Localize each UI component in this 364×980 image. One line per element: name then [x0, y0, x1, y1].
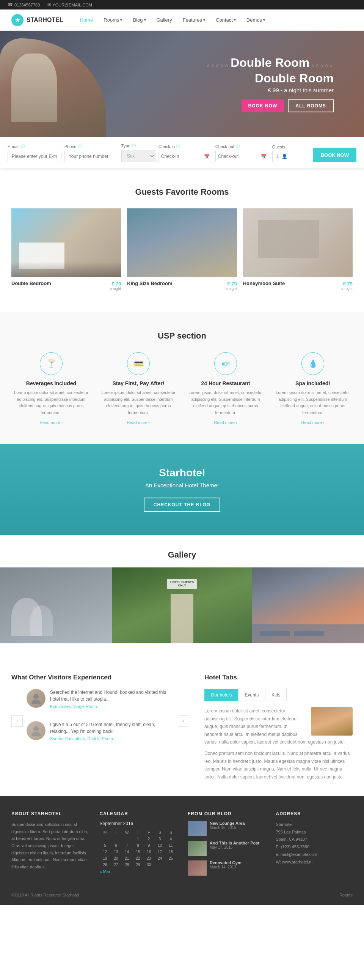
usp-link-3[interactable]: Read more › — [301, 420, 324, 425]
nav-features[interactable]: Features — [177, 10, 210, 31]
gallery-title: Gallery — [0, 550, 364, 560]
type-field-group: Type ⓘ Sex Male Female — [121, 143, 155, 162]
testimonial-avatar-1 — [27, 721, 46, 740]
avatar-person-icon-0 — [30, 693, 42, 704]
email-info: ✉ YOUR@EMAIL.COM — [47, 2, 92, 7]
guests-icon: 👤 — [282, 154, 287, 159]
hero-content: ☆☆☆☆☆ Double Room ☆☆☆☆☆ Double Room € 99… — [206, 56, 334, 112]
usp-section: USP section 🍸 Beverages included Lorem i… — [0, 312, 364, 444]
usp-grid: 🍸 Beverages included Lorem ipsum dolor s… — [11, 352, 353, 425]
nav-rooms[interactable]: Rooms — [98, 10, 127, 31]
nav-demos[interactable]: Demos — [241, 10, 271, 31]
usp-link-2[interactable]: Read more › — [214, 420, 237, 425]
footer-bottom: ©2018 All Rights Reserved Starhotel Room… — [11, 888, 353, 897]
cta-section: Starhotel An Exceptional Hotel Theme! CH… — [0, 444, 364, 535]
hero-woman-area — [0, 31, 129, 137]
email-icon: ✉ — [47, 2, 51, 7]
svg-point-1 — [32, 700, 41, 704]
top-bar: ☎ 01234567789 ✉ YOUR@EMAIL.COM — [0, 0, 364, 10]
room-card-2: King Size Bedroom € 79 a night — [127, 208, 237, 293]
type-label: Type ⓘ — [121, 143, 155, 148]
usp-item-1: 💳 Stay First, Pay After! Lorem ipsum dol… — [98, 352, 178, 425]
room-image-2[interactable] — [127, 208, 237, 277]
nav-blog[interactable]: Blog — [127, 10, 151, 31]
hero-woman-head — [11, 54, 57, 122]
phone-icon: ☎ — [8, 2, 13, 7]
book-now-button[interactable]: BOOK NOW — [242, 99, 284, 112]
checkout-info-icon: ⓘ — [236, 144, 240, 149]
rooms-section-title: Guests Favorite Rooms — [11, 187, 353, 197]
type-select[interactable]: Sex Male Female — [121, 150, 155, 162]
main-nav: Home Rooms Blog Gallery Features Contact… — [75, 10, 353, 31]
checkin-input[interactable] — [159, 151, 202, 162]
footer-calendar-title: CALENDAR — [100, 811, 177, 816]
gallery-grid: HOTEL GUESTSONLY — [0, 568, 364, 643]
nav-home[interactable]: Home — [75, 10, 98, 31]
nav-contact[interactable]: Contact — [210, 10, 241, 31]
footer-calendar-table: M T W T F S S 12345678910111213141516171… — [100, 829, 177, 868]
calendar-prev-link[interactable]: « Mar — [100, 869, 110, 874]
room-image-1[interactable] — [11, 208, 121, 277]
guests-field-group: Guests 1 👤 — [272, 145, 310, 162]
footer-blog-thumb-1 — [188, 841, 207, 856]
hero-buttons: BOOK NOW ALL ROOMS — [206, 99, 334, 112]
checkout-blog-button[interactable]: CHECKOUT THE BLOG — [144, 498, 220, 512]
footer-about-title: ABOUT STARHOTEL — [11, 811, 89, 816]
usp-link-1[interactable]: Read more › — [127, 420, 150, 425]
footer-blog-thumb-0 — [188, 821, 207, 836]
booking-submit-button[interactable]: BOOK NOW — [313, 148, 356, 162]
gallery-item-3[interactable] — [252, 568, 364, 643]
all-rooms-button[interactable]: ALL ROOMS — [288, 99, 334, 112]
footer-calendar-month: September 2016 — [100, 821, 177, 826]
email-field-group: E-mail ⓘ — [8, 144, 62, 162]
checkout-input[interactable] — [216, 151, 259, 162]
hero-price: € 99.- a night this summer — [206, 87, 334, 93]
footer-address-text: Starhotel 795 Las Palmas Spain, CA 94107… — [276, 821, 353, 866]
testimonial-next-arrow[interactable]: › — [178, 716, 189, 727]
tab-events[interactable]: Events — [238, 689, 265, 701]
rooms-grid: Double Bedroom € 79 a night King Size Be… — [11, 208, 353, 293]
rooms-section: Guests Favorite Rooms Double Bedroom € 7… — [0, 168, 364, 312]
logo[interactable]: ★ STARHOTEL — [11, 14, 63, 26]
footer: ABOUT STARHOTEL Suspendisse and sollicit… — [0, 796, 364, 905]
usp-icon-1: 💳 — [127, 352, 150, 375]
hero-title-block: Double Room — [206, 72, 334, 85]
tab-kids[interactable]: Kids — [265, 689, 286, 701]
phone-input[interactable] — [65, 151, 118, 162]
gallery-item-1[interactable] — [0, 568, 112, 643]
testimonial-1: I give it a 5 out of 5! Great hotel, fri… — [27, 721, 174, 747]
guests-count: 1 — [276, 154, 279, 159]
email-input[interactable] — [8, 151, 62, 162]
nav-gallery[interactable]: Gallery — [151, 10, 177, 31]
tab-our-hotels[interactable]: Our hotels — [204, 689, 238, 701]
usp-icon-0: 🍸 — [40, 352, 63, 375]
tabs-content: Lorem ipsum dolor sit amet, consectetur … — [204, 707, 353, 781]
usp-icon-2: 🍽 — [214, 352, 237, 375]
usp-icon-3: 💧 — [301, 352, 324, 375]
footer-about-text: Suspendisse and sollicitudin nisi, at di… — [11, 821, 89, 871]
guests-label: Guests — [272, 145, 310, 149]
checkout-field-group: Check-out ⓘ 📅 — [215, 144, 269, 162]
room-info-2: King Size Bedroom € 79 a night — [127, 277, 237, 293]
room-image-3[interactable] — [243, 208, 353, 277]
usp-item-2: 🍽 24 Hour Restaurant Lorem ipsum dolor s… — [186, 352, 266, 425]
testimonial-prev-arrow[interactable]: ‹ — [11, 716, 23, 727]
checkout-label: Check-out ⓘ — [215, 144, 269, 149]
tabs-header: Our hotels Events Kids — [204, 689, 353, 701]
booking-bar: E-mail ⓘ Phone ⓘ Type ⓘ Sex Male Female … — [0, 137, 364, 168]
hotel-tabs-title: Hotel Tabs — [204, 674, 353, 681]
footer-blog-thumb-2 — [188, 861, 207, 876]
usp-item-3: 💧 Spa Included! Lorem ipsum dolor sit am… — [273, 352, 353, 425]
usp-item-0: 🍸 Beverages included Lorem ipsum dolor s… — [11, 352, 91, 425]
footer-calendar-col: CALENDAR September 2016 M T W T F S S 12… — [100, 811, 177, 880]
svg-point-3 — [32, 732, 41, 736]
footer-rooms-link[interactable]: Rooms — [339, 893, 353, 897]
gallery-item-2[interactable]: HOTEL GUESTSONLY — [112, 568, 252, 643]
testimonial-0: Searched the internet and i found, booke… — [27, 689, 174, 715]
room-info-3: Honeymoon Suite € 79 a night — [243, 277, 353, 293]
header: ★ STARHOTEL Home Rooms Blog Gallery Feat… — [0, 10, 364, 31]
checkin-info-icon: ⓘ — [176, 144, 180, 149]
usp-link-0[interactable]: Read more › — [40, 420, 63, 425]
testimonials-title: What Other Visitors Experienced — [11, 674, 189, 681]
cta-subtitle: An Exceptional Hotel Theme! — [11, 482, 353, 488]
